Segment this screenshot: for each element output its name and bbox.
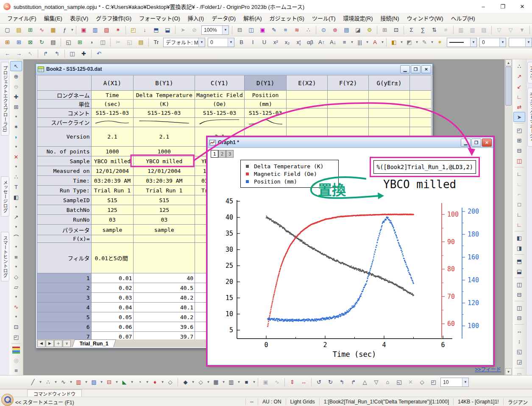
font-face-icon[interactable]: Tr bbox=[150, 37, 162, 47]
chevron-down-icon[interactable]: ▼ bbox=[54, 377, 58, 387]
chevron-down-icon[interactable]: ▼ bbox=[499, 38, 506, 47]
app-close-button[interactable]: ✕ bbox=[513, 0, 532, 13]
insert-graph-icon[interactable]: ▱ bbox=[10, 282, 22, 292]
shrink-axes-icon[interactable]: ↙ bbox=[513, 81, 525, 92]
align-layers-icon[interactable]: ≡ bbox=[10, 365, 22, 375]
new-notes-icon[interactable]: ▥ bbox=[89, 25, 101, 35]
sheet-props-icon[interactable]: ▤ bbox=[47, 37, 59, 47]
cell[interactable] bbox=[410, 108, 432, 118]
rotate-ccw-icon[interactable]: ↺ bbox=[313, 377, 325, 387]
zoom-in-tool-icon[interactable]: ⊕ bbox=[10, 71, 22, 81]
row-label[interactable]: F(x)= bbox=[37, 235, 92, 243]
column-header-B[interactable]: B(Y1) bbox=[134, 75, 195, 91]
col-width-icon[interactable]: ↔ bbox=[298, 377, 309, 387]
tab-message-log[interactable]: メッセージログ bbox=[1, 176, 9, 217]
3d-frame-icon[interactable]: ◇ bbox=[164, 377, 176, 387]
workbook-titlebar[interactable]: Book2 - S15-125-03.dat ▁ ❐ ✕ bbox=[36, 64, 432, 75]
cell[interactable] bbox=[91, 118, 134, 127]
layout-single-icon[interactable]: ◰ bbox=[513, 125, 525, 135]
cell[interactable]: 0.02 bbox=[91, 283, 134, 293]
chevron-down-icon[interactable]: ▼ bbox=[130, 377, 134, 387]
line-color-combo[interactable]: ▼ bbox=[509, 38, 532, 47]
cell[interactable] bbox=[195, 118, 245, 127]
cell[interactable]: 03:20:39 AM bbox=[134, 176, 195, 186]
app-minimize-button[interactable]: – bbox=[474, 0, 493, 13]
column-header-A[interactable]: A(X1) bbox=[91, 75, 134, 91]
row-number[interactable]: 1 bbox=[37, 273, 92, 283]
superscript-icon[interactable]: x² bbox=[270, 37, 281, 47]
graph-minimize-button[interactable]: ▁ bbox=[461, 139, 471, 147]
cell[interactable] bbox=[328, 118, 369, 127]
chevron-down-icon[interactable]: ▼ bbox=[161, 377, 164, 387]
cell[interactable]: S15 bbox=[134, 195, 195, 205]
cell[interactable] bbox=[328, 108, 369, 118]
graph-page[interactable]: 510152025303540450246Time (sec)607080901… bbox=[209, 148, 492, 364]
cell[interactable]: 0.06 bbox=[91, 322, 134, 332]
curve-arrow-tool-icon[interactable]: ⌒ bbox=[10, 232, 22, 242]
cell[interactable] bbox=[328, 91, 369, 100]
cell[interactable] bbox=[134, 118, 195, 127]
rescale-axes-icon[interactable]: ∟ bbox=[513, 92, 525, 102]
distribute-v-icon[interactable]: ⊟ bbox=[513, 313, 525, 323]
chevron-down-icon[interactable]: ▼ bbox=[14, 112, 18, 122]
cell[interactable] bbox=[287, 91, 328, 100]
menu-item-3[interactable]: グラフ操作(G) bbox=[92, 13, 135, 23]
cell[interactable]: (sec) bbox=[91, 100, 134, 108]
chevron-down-icon[interactable]: ▼ bbox=[252, 377, 256, 387]
append-rows-icon[interactable]: ⊞ bbox=[2, 37, 13, 47]
align-top-icon[interactable]: ⬒ bbox=[513, 256, 525, 266]
exchange-xy-icon[interactable]: ⇄ bbox=[513, 102, 525, 112]
cell[interactable] bbox=[368, 118, 409, 127]
row-label[interactable]: フィルタ bbox=[37, 243, 92, 273]
cell[interactable]: 12/01/2004 bbox=[91, 166, 134, 176]
menu-item-13[interactable]: ヘルプ(H) bbox=[447, 13, 479, 23]
decrease-perspective-icon[interactable]: ▽ bbox=[370, 377, 382, 387]
3d-wireframe-icon[interactable]: ▦ bbox=[210, 377, 222, 387]
cell[interactable]: 40.5 bbox=[134, 283, 195, 293]
cell[interactable]: 0.04 bbox=[91, 303, 134, 312]
menu-item-10[interactable]: 環境設定(R) bbox=[339, 13, 376, 23]
cell[interactable]: S15 bbox=[91, 195, 134, 205]
cell[interactable] bbox=[134, 243, 195, 273]
row-label[interactable]: パラメータ bbox=[37, 225, 92, 235]
image-search-icon[interactable]: ⊙ bbox=[318, 25, 329, 35]
tilt-right-icon[interactable]: ↱ bbox=[348, 377, 359, 387]
workbook-close-button[interactable]: ✕ bbox=[421, 65, 431, 73]
sheet-list-button[interactable]: ∨ bbox=[63, 340, 71, 347]
menu-item-4[interactable]: フォーマット(O) bbox=[135, 13, 184, 23]
rotate-3d-icon[interactable]: ◇ bbox=[416, 377, 428, 387]
open-file-icon[interactable]: ◰ bbox=[128, 25, 139, 35]
tab-smart-hint-log[interactable]: スマートヒントログ bbox=[1, 232, 9, 281]
row-label[interactable]: RunNo bbox=[37, 215, 92, 225]
new-html-icon[interactable]: ✶ bbox=[112, 25, 124, 35]
cell[interactable]: 0.05 bbox=[91, 312, 134, 322]
chevron-down-icon[interactable]: ▼ bbox=[14, 312, 18, 322]
layer-frame-icon[interactable]: ◰ bbox=[10, 332, 22, 342]
increase-font-icon[interactable]: A↑ bbox=[316, 37, 327, 47]
sheet-nav-next-button[interactable]: ▶ bbox=[46, 340, 54, 347]
refresh-sheet-icon[interactable]: ↻ bbox=[36, 37, 47, 47]
cell[interactable]: Trial Run 1 bbox=[134, 186, 195, 195]
row-number[interactable]: 4 bbox=[37, 303, 92, 312]
graph-titlebar[interactable]: Graph1 * ▁ ❐ ✕ bbox=[208, 137, 493, 148]
digitizer-icon[interactable]: ∴ bbox=[303, 25, 314, 35]
fit-frame-icon[interactable]: ⌂ bbox=[382, 377, 393, 387]
tab-object-manager[interactable]: オブジェクトマネージャ bbox=[527, 88, 532, 147]
layout-quad-icon[interactable]: ⊞ bbox=[513, 135, 525, 145]
cell[interactable]: (K) bbox=[134, 100, 195, 108]
scrollbar-thumb[interactable] bbox=[505, 67, 512, 106]
statistics-icon[interactable]: Σ bbox=[406, 25, 417, 35]
cell[interactable]: (mm) bbox=[244, 100, 287, 108]
axis-box-icon[interactable]: □ bbox=[513, 199, 525, 209]
scale-in-icon[interactable]: ⊡ bbox=[10, 322, 22, 332]
area-plot-icon[interactable]: ◣ bbox=[119, 377, 130, 387]
graph-page-button-1[interactable]: 1 bbox=[211, 150, 218, 158]
chevron-down-icon[interactable]: ▼ bbox=[14, 162, 18, 172]
chevron-down-icon[interactable]: ▼ bbox=[228, 38, 234, 47]
save-window-icon[interactable]: ⬓ bbox=[162, 25, 173, 35]
row-label[interactable]: Measured on bbox=[37, 166, 92, 176]
subsuperscript-icon[interactable]: x¦ bbox=[293, 37, 304, 47]
polar-plot-icon[interactable]: ◔ bbox=[134, 377, 145, 387]
sheet-add-button[interactable]: ＋ bbox=[54, 340, 62, 347]
line-color-icon[interactable]: ✎ bbox=[419, 37, 430, 47]
